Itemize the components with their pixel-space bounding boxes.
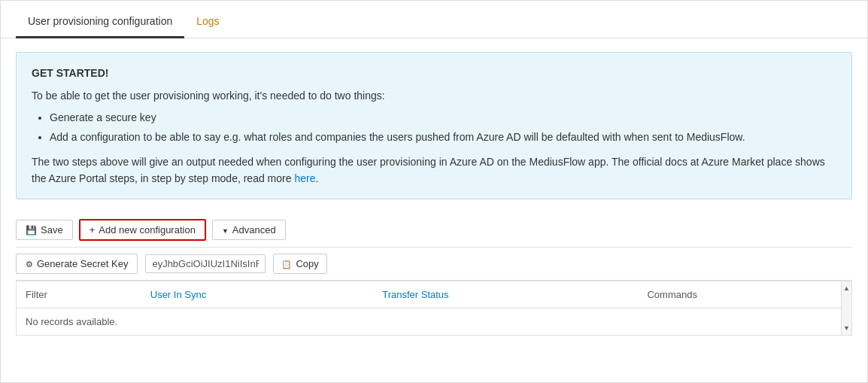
save-label: Save — [41, 224, 63, 236]
generate-key-button[interactable]: Generate Secret Key — [16, 254, 138, 274]
col-header-commands: Commands — [638, 281, 851, 309]
tabs-bar: User provisioning configuration Logs — [1, 1, 867, 38]
page-wrapper: User provisioning configuration Logs GET… — [0, 0, 868, 383]
advanced-label: Advanced — [232, 224, 276, 236]
bullet-1: Generate a secure key — [50, 109, 836, 126]
table-scroll-area[interactable]: Filter User In Sync Transfer Status Comm… — [17, 281, 851, 335]
secret-key-row: Generate Secret Key Copy — [16, 248, 852, 281]
key-icon — [26, 258, 33, 269]
tab-logs[interactable]: Logs — [184, 6, 231, 38]
footer-end: . — [315, 172, 318, 184]
info-intro: To be able to get the user provisioning … — [32, 87, 836, 104]
tab-user-provisioning[interactable]: User provisioning configuration — [16, 6, 184, 38]
advanced-button[interactable]: Advanced — [212, 220, 286, 240]
info-box: GET STARTED! To be able to get the user … — [16, 52, 852, 199]
save-button[interactable]: Save — [16, 220, 73, 240]
empty-message: No records available. — [17, 309, 851, 336]
scroll-up-arrow[interactable]: ▲ — [842, 283, 852, 293]
data-table: Filter User In Sync Transfer Status Comm… — [17, 281, 851, 335]
generate-key-label: Generate Secret Key — [37, 258, 128, 269]
bullet-2: Add a configuration to be able to say e.… — [50, 129, 836, 145]
add-config-button[interactable]: Add new configuration — [79, 219, 206, 241]
copy-button[interactable]: Copy — [273, 254, 326, 274]
footer-link[interactable]: here — [294, 172, 315, 184]
scroll-down-arrow[interactable]: ▼ — [842, 323, 852, 333]
add-config-label: Add new configuration — [99, 224, 196, 236]
col-header-filter: Filter — [17, 281, 141, 309]
toolbar: Save Add new configuration Advanced — [16, 213, 852, 248]
triangle-icon — [222, 224, 229, 236]
col-header-transfer-status: Transfer Status — [373, 281, 638, 309]
footer-text: The two steps above will give an output … — [32, 156, 825, 184]
save-icon — [26, 224, 37, 236]
info-bullets: Generate a secure key Add a configuratio… — [50, 109, 836, 146]
secret-key-input[interactable] — [145, 254, 266, 273]
table-wrapper: Filter User In Sync Transfer Status Comm… — [16, 281, 852, 336]
copy-label: Copy — [296, 258, 318, 269]
plus-icon — [90, 224, 96, 236]
table-header-row: Filter User In Sync Transfer Status Comm… — [17, 281, 851, 309]
table-row-empty: No records available. — [17, 309, 851, 336]
copy-icon — [281, 258, 292, 269]
col-header-user-in-sync: User In Sync — [141, 281, 373, 309]
info-footer: The two steps above will give an output … — [32, 154, 836, 187]
main-content: GET STARTED! To be able to get the user … — [1, 38, 867, 349]
get-started-heading: GET STARTED! — [32, 65, 836, 81]
scrollbar: ▲ ▼ — [841, 281, 851, 335]
